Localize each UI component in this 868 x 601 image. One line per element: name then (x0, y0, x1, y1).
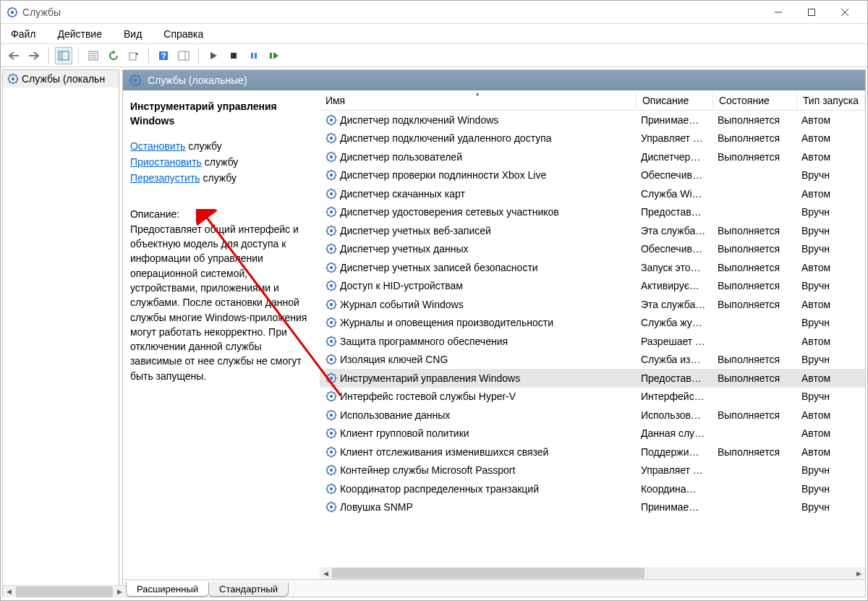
stop-service-link[interactable]: Остановить (130, 140, 185, 152)
service-state: Выполняется (713, 280, 797, 291)
app-icon (7, 7, 18, 18)
service-row[interactable]: Изоляция ключей CNGСлужба из…Выполняется… (320, 351, 865, 370)
service-row[interactable]: Журналы и оповещения производительностиС… (320, 314, 865, 333)
service-name: Диспетчер учетных данных (340, 243, 469, 255)
column-name[interactable]: Имя▴ (320, 92, 637, 109)
minimize-button[interactable] (762, 1, 795, 23)
gear-icon (326, 206, 337, 218)
service-type: Автом (797, 299, 865, 310)
service-row[interactable]: Диспетчер учетных данныхОбеспечив…Выполн… (320, 240, 865, 259)
gear-icon (326, 243, 337, 255)
service-row[interactable]: Координатор распределенных транзакцийКоо… (320, 479, 865, 498)
gear-icon (326, 317, 337, 328)
stop-service-button[interactable] (225, 47, 242, 64)
tree-item-services-local[interactable]: Службы (локальн (3, 70, 119, 88)
pause-service-button[interactable] (245, 47, 263, 64)
service-description: Принимае… (637, 501, 713, 513)
service-row[interactable]: Клиент групповой политикиДанная слу…Авто… (320, 425, 865, 443)
show-hide-tree-button[interactable] (55, 47, 72, 64)
scroll-left-icon[interactable]: ◀ (3, 586, 15, 598)
column-type[interactable]: Тип запуска (797, 92, 865, 109)
help-button[interactable]: ? (155, 47, 172, 64)
tree-horizontal-scrollbar[interactable]: ◀ ▶ (3, 585, 126, 597)
forward-button[interactable] (25, 47, 43, 64)
export-button[interactable] (125, 47, 142, 64)
back-button[interactable] (5, 47, 22, 64)
gear-icon (129, 74, 142, 87)
service-row[interactable]: Диспетчер подключений удаленного доступа… (320, 129, 865, 148)
service-row[interactable]: Контейнер службы Microsoft PassportУправ… (320, 461, 865, 480)
svg-rect-24 (179, 51, 189, 60)
tab-standard[interactable]: Стандартный (208, 582, 289, 597)
service-description: Служба из… (637, 354, 713, 365)
service-name: Клиент отслеживания изменившихся связей (340, 446, 549, 458)
service-type: Вручн (797, 354, 865, 365)
service-row[interactable]: Диспетчер удостоверения сетевых участник… (320, 203, 865, 222)
menu-action[interactable]: Действие (53, 27, 106, 41)
service-description: Управляет … (637, 132, 713, 144)
gear-icon (326, 262, 337, 273)
service-row[interactable]: Диспетчер учетных записей безопасностиЗа… (320, 258, 865, 277)
maximize-button[interactable] (795, 1, 828, 23)
column-state[interactable]: Состояние (713, 92, 797, 109)
restart-service-link[interactable]: Перезапустить (130, 172, 200, 184)
horizontal-scrollbar[interactable]: ◀ ▶ (320, 567, 865, 579)
service-row[interactable]: Интерфейс гостевой службы Hyper-VИнтерфе… (320, 388, 865, 406)
service-name: Диспетчер учетных веб-записей (340, 225, 491, 236)
service-row[interactable]: Диспетчер скачанных картСлужба Wi…Автом (320, 184, 865, 203)
pause-service-link[interactable]: Приостановить (130, 156, 202, 168)
service-row[interactable]: Диспетчер подключений WindowsПринимае…Вы… (320, 111, 865, 129)
service-type: Автом (797, 132, 865, 144)
svg-text:?: ? (161, 51, 166, 60)
show-hide-action-pane-button[interactable] (175, 47, 192, 64)
service-name: Клиент групповой политики (340, 427, 469, 439)
service-row[interactable]: Диспетчер пользователейДиспетчер…Выполня… (320, 148, 865, 166)
service-row[interactable]: Ловушка SNMPПринимае…Вручн (320, 498, 865, 517)
service-row[interactable]: Инструментарий управления WindowsПредост… (320, 369, 865, 388)
service-name: Диспетчер подключений удаленного доступа (340, 132, 552, 144)
refresh-button[interactable] (105, 47, 122, 64)
menu-bar: Файл Действие Вид Справка (1, 24, 867, 44)
scroll-right-icon[interactable]: ▶ (114, 586, 126, 598)
service-row[interactable]: Диспетчер учетных веб-записейЭта служба…… (320, 221, 865, 240)
content-header-label: Службы (локальные) (148, 74, 247, 86)
service-row[interactable]: Журнал событий WindowsЭта служба…Выполня… (320, 295, 865, 314)
content-header: Службы (локальные) (123, 70, 865, 90)
menu-help[interactable]: Справка (159, 27, 208, 41)
column-description[interactable]: Описание (637, 92, 713, 109)
title-bar: Службы (1, 1, 867, 24)
service-name: Диспетчер проверки подлинности Xbox Live (340, 169, 546, 181)
start-service-button[interactable] (205, 47, 222, 64)
gear-icon (326, 372, 337, 384)
service-type: Вручн (797, 391, 865, 402)
gear-icon (326, 188, 337, 200)
gear-icon (326, 391, 337, 402)
gear-icon (326, 299, 337, 310)
content-pane: Службы (локальные) Инструментарий управл… (122, 69, 866, 597)
service-row[interactable]: Диспетчер проверки подлинности Xbox Live… (320, 166, 865, 185)
service-name: Использование данных (340, 409, 450, 421)
menu-file[interactable]: Файл (7, 27, 40, 41)
service-type: Автом (797, 114, 865, 126)
list-header: Имя▴ Описание Состояние Тип запуска (320, 90, 865, 111)
service-description: Запуск это… (637, 262, 713, 273)
gear-icon (326, 169, 337, 181)
service-row[interactable]: Защита программного обеспеченияРазрешает… (320, 332, 865, 351)
gear-icon (326, 427, 337, 439)
service-row[interactable]: Доступ к HID-устройствамАктивирує…Выполн… (320, 277, 865, 296)
service-type: Вручн (797, 317, 865, 328)
service-type: Вручн (797, 483, 865, 495)
gear-icon (326, 354, 337, 365)
gear-icon (326, 225, 337, 236)
menu-view[interactable]: Вид (119, 27, 146, 41)
gear-icon (326, 151, 337, 163)
tab-extended[interactable]: Расширенный (126, 582, 209, 597)
service-row[interactable]: Клиент отслеживания изменившихся связейП… (320, 443, 865, 461)
scroll-left-icon[interactable]: ◀ (320, 567, 332, 579)
service-row[interactable]: Использование данныхИспользов…Выполняетс… (320, 406, 865, 425)
scroll-right-icon[interactable]: ▶ (853, 567, 865, 579)
properties-button[interactable] (85, 47, 102, 64)
restart-service-button[interactable] (265, 47, 283, 64)
service-description: Разрешает … (637, 336, 713, 347)
close-button[interactable] (828, 1, 861, 23)
